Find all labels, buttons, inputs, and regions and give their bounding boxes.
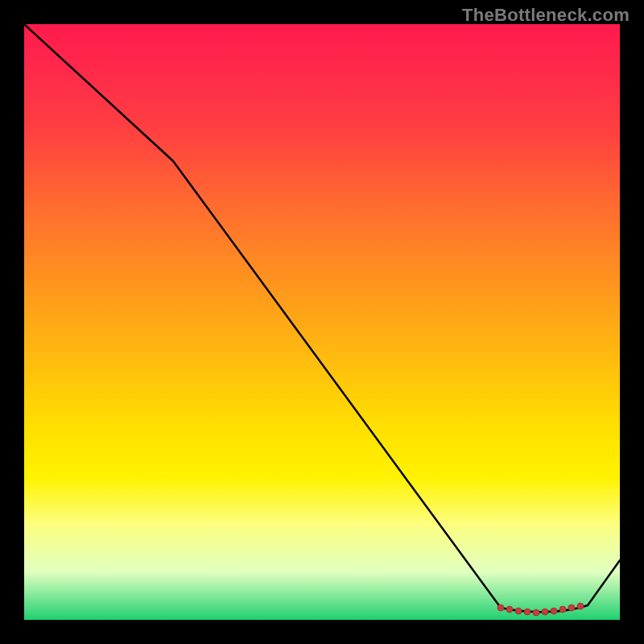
optimal-marker <box>515 608 522 614</box>
optimal-marker <box>568 605 575 611</box>
optimal-marker <box>542 609 548 615</box>
optimal-marker <box>551 608 557 614</box>
optimal-marker <box>497 605 504 611</box>
plot-area <box>24 24 620 620</box>
chart-frame: TheBottleneck.com <box>0 0 644 644</box>
chart-svg <box>24 24 620 620</box>
optimal-marker <box>559 606 566 613</box>
optimal-marker <box>506 606 513 613</box>
optimal-marker <box>524 609 530 615</box>
optimal-marker <box>577 603 584 609</box>
watermark-text: TheBottleneck.com <box>462 5 630 26</box>
bottleneck-curve <box>24 24 620 612</box>
optimal-marker-group <box>497 603 584 616</box>
optimal-marker <box>533 609 539 616</box>
